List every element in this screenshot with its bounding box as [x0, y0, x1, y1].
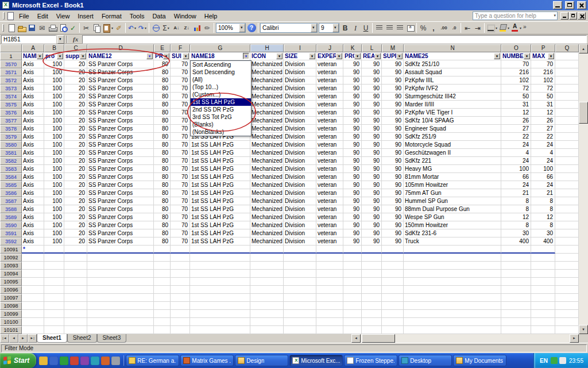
row-header-3580[interactable]: 3580 — [0, 141, 22, 149]
cell[interactable] — [190, 294, 250, 302]
sort-descending-icon[interactable]: Z↓ — [181, 22, 192, 33]
cell[interactable] — [22, 270, 44, 278]
cell[interactable]: 80 — [154, 157, 171, 165]
cell[interactable] — [250, 278, 284, 286]
cell[interactable]: 90 — [382, 101, 404, 109]
cell[interactable]: 31 — [531, 101, 555, 109]
new-file-icon[interactable] — [6, 22, 16, 33]
sort-ascending-icon[interactable]: A↓ — [171, 22, 181, 33]
cell[interactable] — [154, 270, 171, 278]
cell[interactable] — [64, 270, 87, 278]
scroll-down-button[interactable] — [579, 325, 588, 334]
cell[interactable]: 90 — [362, 189, 382, 197]
cell[interactable] — [531, 286, 555, 294]
cell[interactable] — [555, 68, 579, 76]
cell[interactable] — [555, 294, 579, 302]
cell[interactable] — [44, 278, 64, 286]
drawing-icon[interactable]: ✏ — [202, 22, 212, 33]
cell[interactable]: Mechanized — [250, 205, 284, 213]
taskbar-button[interactable]: My Documents — [453, 355, 506, 366]
cell[interactable]: 20 — [64, 68, 87, 76]
cell[interactable]: 66 — [501, 173, 531, 181]
taskbar-button[interactable]: Design — [235, 355, 288, 366]
cell[interactable] — [22, 262, 44, 270]
cell[interactable]: 80 — [154, 173, 171, 181]
cell[interactable]: Division — [284, 237, 316, 246]
cell[interactable]: 20 — [64, 117, 87, 125]
cell[interactable]: 20 — [64, 133, 87, 141]
cell[interactable] — [404, 286, 501, 294]
cell[interactable]: 20 — [64, 149, 87, 157]
filter-arrow-icon[interactable] — [309, 53, 315, 59]
cell[interactable] — [362, 286, 382, 294]
cell[interactable]: 100 — [44, 60, 64, 68]
cell[interactable] — [362, 278, 382, 286]
cell[interactable]: 70 — [501, 60, 531, 68]
cell[interactable]: 20 — [64, 76, 87, 85]
cell[interactable] — [531, 270, 555, 278]
quick-launch-icon[interactable] — [49, 356, 58, 365]
cell[interactable]: 20 — [64, 189, 87, 197]
cell[interactable]: SS Panzer Corps — [87, 93, 154, 101]
cell[interactable]: Axis — [22, 101, 44, 109]
header-cell-q[interactable] — [555, 52, 579, 60]
cell[interactable]: 90 — [362, 133, 382, 141]
insert-function-button[interactable]: fx — [70, 36, 81, 43]
filter-option[interactable]: Sort Descending — [191, 68, 251, 76]
taskbar-button[interactable]: Microsoft Exc... — [289, 355, 343, 366]
cell[interactable]: Division — [284, 60, 316, 68]
minimize-button[interactable] — [553, 1, 562, 9]
cell[interactable]: 22 — [531, 133, 555, 141]
menu-tools[interactable]: Tools — [126, 12, 149, 21]
row-header-3585[interactable]: 3585 — [0, 181, 22, 189]
cell[interactable]: 100 — [44, 133, 64, 141]
cell[interactable] — [555, 141, 579, 149]
cell[interactable]: 20 — [64, 165, 87, 173]
undo-icon[interactable]: ↶▾ — [127, 22, 137, 33]
cell[interactable] — [316, 302, 343, 310]
cell[interactable] — [343, 262, 362, 270]
cell[interactable]: 90 — [382, 173, 404, 181]
cell[interactable] — [555, 85, 579, 93]
cut-icon[interactable]: ✂ — [81, 22, 91, 33]
row-header-10092[interactable]: 10092 — [0, 254, 22, 262]
cell[interactable]: Sturmgeschütz III42 — [404, 93, 501, 101]
cell[interactable]: 90 — [362, 101, 382, 109]
print-preview-icon[interactable] — [57, 22, 68, 33]
cell[interactable]: 24 — [531, 181, 555, 189]
cell[interactable] — [250, 270, 284, 278]
cell[interactable]: 90 — [362, 213, 382, 221]
cell[interactable]: 90 — [362, 237, 382, 246]
cell[interactable] — [87, 326, 154, 334]
cell[interactable] — [87, 294, 154, 302]
cell[interactable] — [44, 246, 64, 254]
cell[interactable]: Axis — [22, 85, 44, 93]
cell[interactable]: 90 — [362, 197, 382, 205]
cell[interactable]: 80 — [154, 237, 171, 246]
row-header-3590[interactable]: 3590 — [0, 221, 22, 229]
header-cell-e[interactable]: PRO — [154, 52, 171, 60]
cell[interactable]: 400 — [501, 237, 531, 246]
cell[interactable]: 66 — [531, 173, 555, 181]
cell[interactable] — [404, 310, 501, 318]
cell[interactable] — [284, 254, 316, 262]
cell[interactable] — [501, 246, 531, 254]
cell[interactable]: SS Panzer Corps — [87, 76, 154, 85]
cell[interactable] — [87, 270, 154, 278]
cell[interactable]: 72 — [531, 85, 555, 93]
cell[interactable] — [190, 318, 250, 326]
cell[interactable] — [531, 326, 555, 334]
cell[interactable] — [250, 246, 284, 254]
cell[interactable] — [250, 262, 284, 270]
cell[interactable]: Axis — [22, 237, 44, 246]
cell[interactable]: 8 — [501, 197, 531, 205]
cell[interactable] — [64, 278, 87, 286]
cell[interactable] — [190, 246, 250, 254]
cell[interactable]: 80 — [154, 101, 171, 109]
cell[interactable]: 90 — [382, 221, 404, 229]
cell[interactable] — [362, 326, 382, 334]
cell[interactable]: 90 — [343, 197, 362, 205]
row-header-3581[interactable]: 3581 — [0, 149, 22, 157]
cell[interactable]: 70 — [171, 117, 190, 125]
cell[interactable] — [44, 254, 64, 262]
